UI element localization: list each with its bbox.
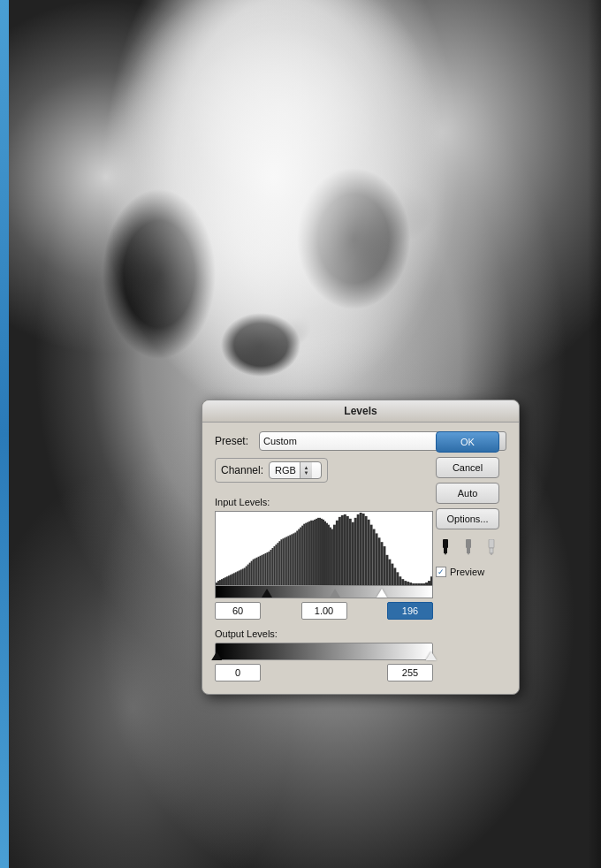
svg-rect-71 bbox=[324, 522, 326, 585]
svg-rect-90 bbox=[370, 525, 373, 585]
svg-rect-74 bbox=[330, 528, 331, 585]
svg-rect-60 bbox=[305, 523, 307, 585]
svg-rect-38 bbox=[267, 552, 269, 585]
svg-rect-51 bbox=[289, 535, 291, 585]
svg-rect-84 bbox=[354, 518, 357, 585]
svg-rect-61 bbox=[307, 522, 308, 585]
svg-rect-96 bbox=[385, 555, 388, 585]
svg-rect-68 bbox=[319, 518, 321, 585]
svg-rect-88 bbox=[365, 516, 368, 585]
svg-rect-46 bbox=[280, 539, 282, 585]
svg-rect-66 bbox=[316, 519, 317, 585]
input-values-row: 60 1.00 196 bbox=[215, 602, 433, 620]
input-black-value[interactable]: 60 bbox=[215, 602, 261, 620]
svg-rect-102 bbox=[401, 579, 404, 585]
black-eyedropper-button[interactable] bbox=[436, 537, 455, 557]
svg-rect-104 bbox=[407, 582, 409, 585]
svg-rect-48 bbox=[284, 537, 285, 585]
svg-rect-57 bbox=[300, 528, 301, 585]
svg-rect-101 bbox=[399, 576, 401, 585]
svg-rect-14 bbox=[224, 577, 226, 585]
input-mid-value[interactable]: 1.00 bbox=[301, 602, 347, 620]
svg-marker-5 bbox=[468, 553, 469, 555]
svg-rect-64 bbox=[312, 521, 314, 585]
gray-eyedropper-button[interactable] bbox=[459, 537, 478, 557]
svg-rect-20 bbox=[235, 572, 237, 585]
options-button[interactable]: Options... bbox=[436, 508, 499, 529]
svg-rect-103 bbox=[404, 581, 407, 585]
svg-rect-31 bbox=[255, 559, 256, 585]
svg-rect-4 bbox=[467, 548, 470, 553]
svg-rect-55 bbox=[296, 530, 298, 585]
svg-rect-27 bbox=[247, 565, 249, 585]
svg-rect-92 bbox=[376, 533, 378, 585]
svg-rect-67 bbox=[317, 518, 319, 585]
channel-select[interactable]: RGB ▲ ▼ bbox=[269, 461, 322, 479]
input-mid-handle[interactable] bbox=[330, 589, 340, 598]
output-black-value[interactable]: 0 bbox=[215, 664, 261, 681]
svg-rect-91 bbox=[373, 529, 376, 585]
svg-rect-1 bbox=[444, 548, 447, 553]
svg-rect-113 bbox=[430, 576, 432, 585]
svg-rect-77 bbox=[336, 521, 339, 585]
svg-rect-32 bbox=[256, 558, 258, 585]
svg-rect-99 bbox=[393, 567, 396, 585]
svg-rect-45 bbox=[278, 541, 280, 585]
gray-eyedropper-icon bbox=[461, 539, 475, 555]
svg-rect-94 bbox=[380, 542, 383, 585]
black-eyedropper-icon bbox=[438, 539, 453, 555]
preview-label: Preview bbox=[450, 567, 484, 577]
svg-rect-72 bbox=[326, 523, 328, 585]
output-white-value[interactable]: 255 bbox=[387, 664, 433, 681]
cancel-button[interactable]: Cancel bbox=[436, 457, 499, 478]
input-slider-area bbox=[215, 586, 433, 598]
svg-rect-42 bbox=[273, 546, 275, 585]
channel-row: Channel: RGB ▲ ▼ bbox=[215, 458, 328, 483]
histogram-chart bbox=[216, 512, 432, 585]
dialog-body: Preset: Custom ▲ ▼ ≡ Channel: RGB bbox=[202, 423, 519, 694]
output-black-handle[interactable] bbox=[211, 651, 222, 660]
svg-rect-39 bbox=[269, 552, 270, 585]
svg-marker-2 bbox=[445, 553, 446, 555]
svg-rect-98 bbox=[391, 564, 393, 585]
dialog-title: Levels bbox=[344, 405, 377, 417]
svg-rect-97 bbox=[388, 560, 391, 585]
svg-rect-43 bbox=[275, 544, 277, 585]
svg-rect-59 bbox=[303, 524, 305, 585]
right-buttons-panel: OK Cancel Auto Options... bbox=[436, 431, 506, 577]
preview-checkbox[interactable]: ✓ bbox=[436, 567, 446, 577]
input-black-handle[interactable] bbox=[262, 589, 272, 598]
svg-rect-89 bbox=[368, 520, 370, 585]
auto-button[interactable]: Auto bbox=[436, 483, 499, 504]
svg-rect-79 bbox=[341, 515, 344, 585]
svg-rect-80 bbox=[344, 514, 346, 585]
svg-rect-73 bbox=[328, 525, 330, 585]
white-eyedropper-icon bbox=[484, 539, 498, 555]
svg-rect-109 bbox=[420, 583, 422, 585]
svg-rect-50 bbox=[287, 536, 289, 585]
left-strip bbox=[0, 0, 9, 868]
svg-rect-23 bbox=[240, 569, 242, 585]
svg-rect-0 bbox=[443, 539, 448, 548]
svg-rect-34 bbox=[260, 556, 262, 585]
svg-rect-41 bbox=[271, 548, 273, 585]
input-levels-label: Input Levels: bbox=[215, 497, 429, 507]
ok-button[interactable]: OK bbox=[436, 431, 499, 453]
output-white-handle[interactable] bbox=[426, 651, 437, 660]
svg-rect-52 bbox=[291, 534, 293, 585]
input-white-handle[interactable] bbox=[377, 589, 387, 598]
svg-rect-86 bbox=[360, 513, 362, 585]
svg-rect-112 bbox=[428, 581, 430, 585]
svg-rect-19 bbox=[233, 573, 235, 585]
svg-rect-12 bbox=[221, 579, 223, 585]
svg-rect-100 bbox=[396, 572, 399, 585]
channel-arrows-icon[interactable]: ▲ ▼ bbox=[300, 462, 312, 478]
svg-rect-110 bbox=[422, 583, 425, 585]
svg-rect-69 bbox=[321, 519, 323, 585]
svg-rect-87 bbox=[362, 514, 365, 585]
white-eyedropper-button[interactable] bbox=[482, 537, 501, 557]
input-white-value[interactable]: 196 bbox=[387, 602, 433, 620]
svg-rect-33 bbox=[258, 557, 260, 585]
svg-rect-85 bbox=[357, 514, 360, 585]
svg-rect-15 bbox=[226, 576, 228, 585]
